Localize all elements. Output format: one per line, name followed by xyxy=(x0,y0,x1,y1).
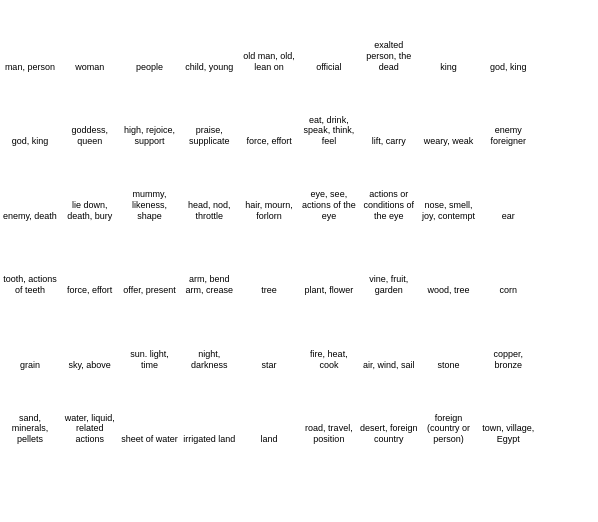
cell-foreign-country: foreign (country or person) xyxy=(419,373,479,448)
cell-air-wind: air, wind, sail xyxy=(359,298,419,373)
cell-praise: praise, supplicate xyxy=(179,75,239,150)
cell-vine-fruit: vine, fruit, garden xyxy=(359,224,419,299)
cell-enemy-foreigner: enemy foreigner xyxy=(478,75,538,150)
cell-blank4 xyxy=(538,224,598,299)
label-night-darkness: night, darkness xyxy=(180,349,238,371)
cell-grain: grain xyxy=(0,298,60,373)
label-tooth: tooth, actions of teeth xyxy=(1,274,59,296)
cell-goddess-queen: goddess, queen xyxy=(60,75,120,150)
cell-sun-light: sun. light, time xyxy=(120,298,180,373)
label-stone: stone xyxy=(437,360,459,371)
cell-ear: ear xyxy=(478,149,538,224)
cell-weary: weary, weak xyxy=(419,75,479,150)
label-man-person: man, person xyxy=(5,62,55,73)
label-sand-minerals: sand, minerals, pellets xyxy=(1,413,59,445)
label-foreign-country: foreign (country or person) xyxy=(420,413,478,445)
cell-man-person: man, person xyxy=(0,0,60,75)
cell-blank6 xyxy=(538,373,598,448)
label-praise: praise, supplicate xyxy=(180,125,238,147)
label-eat-drink: eat, drink, speak, think, feel xyxy=(300,115,358,147)
cell-tooth: tooth, actions of teeth xyxy=(0,224,60,299)
cell-stone: stone xyxy=(419,298,479,373)
label-sheet-of-water: sheet of water xyxy=(121,434,178,445)
cell-force-effort2: force, effort xyxy=(60,224,120,299)
cell-corn: corn xyxy=(478,224,538,299)
cell-desert-foreign: desert, foreign country xyxy=(359,373,419,448)
cell-blank1 xyxy=(538,0,598,75)
label-vine-fruit: vine, fruit, garden xyxy=(360,274,418,296)
cell-land: land xyxy=(239,373,299,448)
cell-nose: nose, smell, joy, contempt xyxy=(419,149,479,224)
label-sun-light: sun. light, time xyxy=(121,349,179,371)
label-woman: woman xyxy=(75,62,104,73)
cell-old-man: old man, old, lean on xyxy=(239,0,299,75)
cell-official: official xyxy=(299,0,359,75)
label-plant-flower: plant, flower xyxy=(305,285,354,296)
cell-sheet-of-water: sheet of water xyxy=(120,373,180,448)
cell-people: people xyxy=(120,0,180,75)
cell-high-rejoice: high, rejoice, support xyxy=(120,75,180,150)
label-water-liquid: water, liquid, related actions xyxy=(61,413,119,445)
cell-child: child, young xyxy=(179,0,239,75)
cell-lift-carry: lift, carry xyxy=(359,75,419,150)
cell-eye: eye, see, actions of the eye xyxy=(299,149,359,224)
cell-sky-above: sky, above xyxy=(60,298,120,373)
hieroglyph-grid: man, person woman xyxy=(0,0,598,522)
label-nose: nose, smell, joy, contempt xyxy=(420,200,478,222)
label-old-man: old man, old, lean on xyxy=(240,51,298,73)
label-force-effort2: force, effort xyxy=(67,285,112,296)
cell-force-effort: force, effort xyxy=(239,75,299,150)
cell-wood-tree: wood, tree xyxy=(419,224,479,299)
label-offer: offer, present xyxy=(123,285,175,296)
label-goddess-queen: goddess, queen xyxy=(61,125,119,147)
label-exalted: exalted person, the dead xyxy=(360,40,418,72)
label-enemy-death: enemy, death xyxy=(3,211,57,222)
label-tree: tree xyxy=(261,285,277,296)
cell-hair: hair, mourn, forlorn xyxy=(239,149,299,224)
cell-arm-bend: arm, bend arm, crease xyxy=(179,224,239,299)
label-official: official xyxy=(316,62,341,73)
label-star: star xyxy=(262,360,277,371)
cell-head: head, nod, throttle xyxy=(179,149,239,224)
cell-eat-drink: eat, drink, speak, think, feel xyxy=(299,75,359,150)
cell-offer: offer, present xyxy=(120,224,180,299)
cell-blank2 xyxy=(538,75,598,150)
cell-exalted: exalted person, the dead xyxy=(359,0,419,75)
label-lift-carry: lift, carry xyxy=(372,136,406,147)
label-town-village: town, village, Egypt xyxy=(479,423,537,445)
cell-copper-bronze: copper, bronze xyxy=(478,298,538,373)
label-lie-down: lie down, death, bury xyxy=(61,200,119,222)
cell-star: star xyxy=(239,298,299,373)
label-mummy: mummy, likeness, shape xyxy=(121,189,179,221)
label-land: land xyxy=(261,434,278,445)
label-head: head, nod, throttle xyxy=(180,200,238,222)
label-ear: ear xyxy=(502,211,515,222)
label-arm-bend: arm, bend arm, crease xyxy=(180,274,238,296)
cell-king: king xyxy=(419,0,479,75)
cell-tree: tree xyxy=(239,224,299,299)
label-high-rejoice: high, rejoice, support xyxy=(121,125,179,147)
cell-plant-flower: plant, flower xyxy=(299,224,359,299)
label-fire: fire, heat, cook xyxy=(300,349,358,371)
cell-sand-minerals: sand, minerals, pellets xyxy=(0,373,60,448)
label-god-king2: god, king xyxy=(12,136,49,147)
label-road-travel: road, travel, position xyxy=(300,423,358,445)
cell-god-king2: god, king xyxy=(0,75,60,150)
label-force-effort: force, effort xyxy=(246,136,291,147)
label-eye: eye, see, actions of the eye xyxy=(300,189,358,221)
label-people: people xyxy=(136,62,163,73)
label-sky-above: sky, above xyxy=(69,360,111,371)
label-god-king: god, king xyxy=(490,62,527,73)
cell-fire: fire, heat, cook xyxy=(299,298,359,373)
label-king: king xyxy=(440,62,457,73)
label-child: child, young xyxy=(185,62,233,73)
cell-town-village: town, village, Egypt xyxy=(478,373,538,448)
cell-lie-down: lie down, death, bury xyxy=(60,149,120,224)
label-actions-conditions: actions or conditions of the eye xyxy=(360,189,418,221)
label-enemy-foreigner: enemy foreigner xyxy=(479,125,537,147)
label-wood-tree: wood, tree xyxy=(427,285,469,296)
cell-god-king: god, king xyxy=(478,0,538,75)
label-hair: hair, mourn, forlorn xyxy=(240,200,298,222)
label-air-wind: air, wind, sail xyxy=(363,360,415,371)
cell-actions-conditions: actions or conditions of the eye xyxy=(359,149,419,224)
